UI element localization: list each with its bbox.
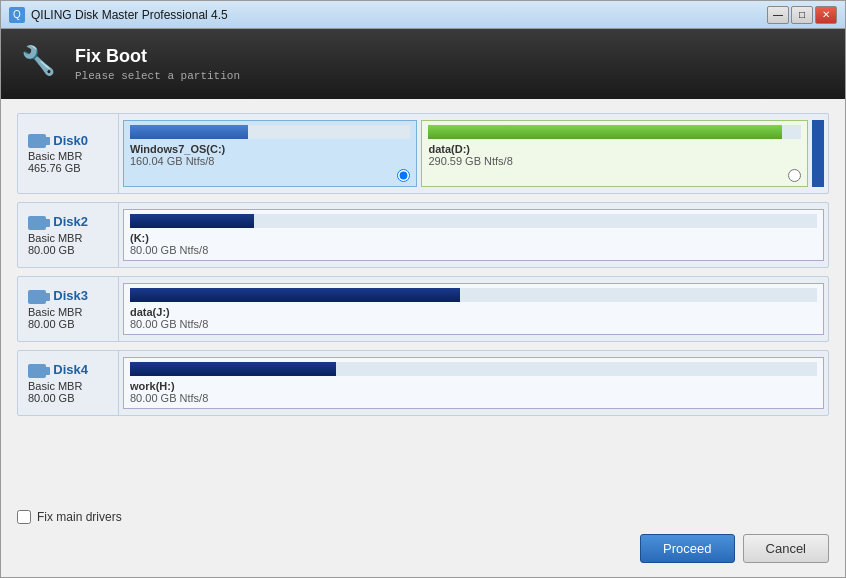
partition-k-label: (K:) (130, 232, 817, 244)
disk3-info: Disk3 Basic MBR 80.00 GB (18, 277, 118, 341)
disk0-type: Basic MBR (28, 150, 108, 162)
main-window: Q QILING Disk Master Professional 4.5 — … (0, 0, 846, 578)
disk2-info: Disk2 Basic MBR 80.00 GB (18, 203, 118, 267)
partition-j-label: data(J:) (130, 306, 817, 318)
header-section: 🔧 Fix Boot Please select a partition (1, 29, 845, 99)
partition-j-bar (130, 288, 460, 302)
page-title: Fix Boot (75, 46, 240, 67)
window-controls: — □ ✕ (767, 6, 837, 24)
disk3-icon (28, 290, 46, 304)
disk-row-disk0: Disk0 Basic MBR 465.76 GB Windows7_OS(C:… (17, 113, 829, 194)
partition-h[interactable]: work(H:) 80.00 GB Ntfs/8 (123, 357, 824, 409)
disk3-type: Basic MBR (28, 306, 108, 318)
disk4-name-row: Disk4 (28, 362, 108, 378)
disk4-partitions: work(H:) 80.00 GB Ntfs/8 (118, 351, 828, 415)
partition-k[interactable]: (K:) 80.00 GB Ntfs/8 (123, 209, 824, 261)
partition-c-bar-container (130, 125, 410, 139)
disk0-label: Disk0 (53, 133, 88, 148)
disk2-icon (28, 216, 46, 230)
fix-main-drivers-checkbox[interactable] (17, 510, 31, 524)
partition-k-bar (130, 214, 254, 228)
partition-h-bar (130, 362, 336, 376)
title-bar: Q QILING Disk Master Professional 4.5 — … (1, 1, 845, 29)
content-area: Disk0 Basic MBR 465.76 GB Windows7_OS(C:… (1, 99, 845, 502)
disk3-label: Disk3 (53, 288, 88, 303)
disk2-type: Basic MBR (28, 232, 108, 244)
disk4-info: Disk4 Basic MBR 80.00 GB (18, 351, 118, 415)
partition-j-bar-container (130, 288, 817, 302)
partition-d-bar-container (428, 125, 801, 139)
partition-d-label: data(D:) (428, 143, 801, 155)
partition-c-bar (130, 125, 248, 139)
cancel-button[interactable]: Cancel (743, 534, 829, 563)
header-text: Fix Boot Please select a partition (75, 46, 240, 82)
footer: Fix main drivers Proceed Cancel (1, 502, 845, 577)
disk3-partitions: data(J:) 80.00 GB Ntfs/8 (118, 277, 828, 341)
fix-main-drivers-label: Fix main drivers (37, 510, 122, 524)
disk2-partitions: (K:) 80.00 GB Ntfs/8 (118, 203, 828, 267)
partition-h-label: work(H:) (130, 380, 817, 392)
minimize-button[interactable]: — (767, 6, 789, 24)
disk0-name: Disk0 (28, 133, 108, 149)
partition-d-details: 290.59 GB Ntfs/8 (428, 155, 801, 167)
partition-d-bar (428, 125, 782, 139)
disk2-name-row: Disk2 (28, 214, 108, 230)
partition-c[interactable]: Windows7_OS(C:) 160.04 GB Ntfs/8 (123, 120, 417, 187)
disk0-end-segment (812, 120, 824, 187)
partition-c-label: Windows7_OS(C:) (130, 143, 410, 155)
partition-c-radio[interactable] (397, 169, 410, 182)
disk-row-disk2: Disk2 Basic MBR 80.00 GB (K:) 80.00 GB N… (17, 202, 829, 268)
disk-row-disk3: Disk3 Basic MBR 80.00 GB data(J:) 80.00 … (17, 276, 829, 342)
proceed-button[interactable]: Proceed (640, 534, 734, 563)
disk4-size: 80.00 GB (28, 392, 108, 404)
restore-button[interactable]: □ (791, 6, 813, 24)
partition-h-bar-container (130, 362, 817, 376)
app-icon: Q (9, 7, 25, 23)
buttons-row: Proceed Cancel (17, 534, 829, 563)
disk-icon (28, 134, 46, 148)
window-title: QILING Disk Master Professional 4.5 (31, 8, 767, 22)
disk0-partitions: Windows7_OS(C:) 160.04 GB Ntfs/8 data(D:… (118, 114, 828, 193)
disk2-size: 80.00 GB (28, 244, 108, 256)
disk3-name-row: Disk3 (28, 288, 108, 304)
disk4-type: Basic MBR (28, 380, 108, 392)
disk0-size: 465.76 GB (28, 162, 108, 174)
partition-d-radio[interactable] (788, 169, 801, 182)
partition-d-radio-container (428, 169, 801, 182)
disk2-label: Disk2 (53, 214, 88, 229)
wrench-icon: 🔧 (21, 44, 61, 84)
page-subtitle: Please select a partition (75, 70, 240, 82)
disk4-icon (28, 364, 46, 378)
partition-d[interactable]: data(D:) 290.59 GB Ntfs/8 (421, 120, 808, 187)
partition-k-details: 80.00 GB Ntfs/8 (130, 244, 817, 256)
partition-j[interactable]: data(J:) 80.00 GB Ntfs/8 (123, 283, 824, 335)
fix-main-drivers-row: Fix main drivers (17, 510, 829, 524)
disk-row-disk4: Disk4 Basic MBR 80.00 GB work(H:) 80.00 … (17, 350, 829, 416)
partition-j-details: 80.00 GB Ntfs/8 (130, 318, 817, 330)
partition-c-details: 160.04 GB Ntfs/8 (130, 155, 410, 167)
disk0-info: Disk0 Basic MBR 465.76 GB (18, 114, 118, 193)
partition-h-details: 80.00 GB Ntfs/8 (130, 392, 817, 404)
disk4-label: Disk4 (53, 362, 88, 377)
disk3-size: 80.00 GB (28, 318, 108, 330)
partition-k-bar-container (130, 214, 817, 228)
close-button[interactable]: ✕ (815, 6, 837, 24)
partition-c-radio-container (130, 169, 410, 182)
